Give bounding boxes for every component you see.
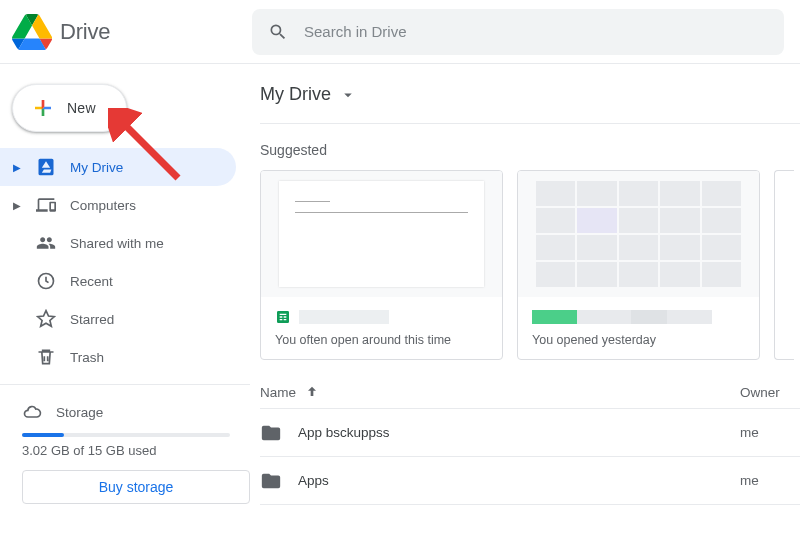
devices-icon <box>36 195 56 215</box>
column-name[interactable]: Name <box>260 384 740 400</box>
table-header: Name Owner <box>260 384 800 409</box>
sidebar-item-shared[interactable]: Shared with me <box>0 224 236 262</box>
cloud-icon <box>22 402 42 422</box>
sidebar-item-label: Starred <box>70 312 114 327</box>
drive-icon <box>36 157 56 177</box>
chevron-right-icon: ▶ <box>12 162 22 173</box>
sidebar-item-trash[interactable]: Trash <box>0 338 236 376</box>
sidebar-item-label: Recent <box>70 274 113 289</box>
storage-bar <box>22 433 230 437</box>
sidebar-item-recent[interactable]: Recent <box>0 262 236 300</box>
card-filename <box>532 310 712 324</box>
breadcrumb[interactable]: My Drive <box>260 84 800 105</box>
new-button-label: New <box>67 100 96 116</box>
drive-logo-icon <box>12 12 52 52</box>
suggested-card[interactable]: You often open around this time <box>260 170 503 360</box>
suggested-cards: You often open around this time You open… <box>260 170 800 360</box>
sheets-icon <box>275 309 291 325</box>
file-owner: me <box>740 473 800 488</box>
sidebar-item-starred[interactable]: Starred <box>0 300 236 338</box>
new-button[interactable]: New <box>12 84 127 132</box>
folder-icon <box>260 470 282 492</box>
folder-icon <box>260 422 282 444</box>
file-name: App bsckuppss <box>298 425 390 440</box>
app-name: Drive <box>60 19 110 45</box>
brand[interactable]: Drive <box>12 12 252 52</box>
sidebar-item-label: Computers <box>70 198 136 213</box>
table-row[interactable]: Apps me <box>260 457 800 505</box>
suggested-card[interactable]: You opened yesterday <box>517 170 760 360</box>
sidebar-item-my-drive[interactable]: ▶ My Drive <box>0 148 236 186</box>
card-filename <box>299 310 389 324</box>
buy-storage-button[interactable]: Buy storage <box>22 470 250 504</box>
plus-icon <box>31 96 55 120</box>
divider <box>260 123 800 124</box>
chevron-right-icon: ▶ <box>12 200 22 211</box>
sidebar-item-computers[interactable]: ▶ Computers <box>0 186 236 224</box>
suggested-title: Suggested <box>260 142 800 158</box>
sidebar-item-label: Shared with me <box>70 236 164 251</box>
card-preview <box>518 171 759 297</box>
storage-fill <box>22 433 64 437</box>
dropdown-icon <box>339 86 357 104</box>
search-icon <box>268 22 288 42</box>
sidebar-item-storage[interactable]: Storage <box>0 395 250 429</box>
search-bar[interactable] <box>252 9 784 55</box>
header: Drive <box>0 0 800 64</box>
sidebar: New ▶ My Drive ▶ Computers Shared with m… <box>0 64 250 545</box>
breadcrumb-label: My Drive <box>260 84 331 105</box>
suggested-card-peek[interactable] <box>774 170 794 360</box>
card-subtitle: You opened yesterday <box>532 333 745 347</box>
sidebar-item-label: Trash <box>70 350 104 365</box>
sidebar-item-label: My Drive <box>70 160 123 175</box>
search-input[interactable] <box>304 23 768 40</box>
storage-label: Storage <box>56 405 103 420</box>
arrow-up-icon <box>304 384 320 400</box>
card-subtitle: You often open around this time <box>275 333 488 347</box>
card-preview <box>261 171 502 297</box>
divider <box>0 384 250 385</box>
file-name: Apps <box>298 473 329 488</box>
trash-icon <box>36 347 56 367</box>
file-owner: me <box>740 425 800 440</box>
storage-used-text: 3.02 GB of 15 GB used <box>0 443 250 458</box>
star-icon <box>36 309 56 329</box>
column-owner[interactable]: Owner <box>740 385 800 400</box>
people-icon <box>36 233 56 253</box>
main-content: My Drive Suggested You often open around… <box>250 64 800 545</box>
table-row[interactable]: App bsckuppss me <box>260 409 800 457</box>
clock-icon <box>36 271 56 291</box>
